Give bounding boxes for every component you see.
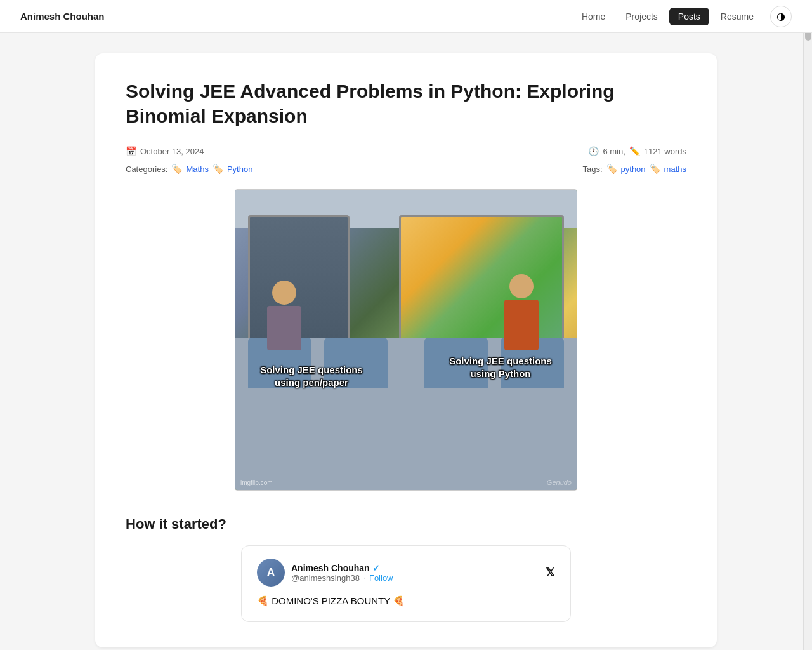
- tweet-author-info: Animesh Chouhan ✓ @animeshsingh38 · Foll…: [291, 563, 393, 583]
- word-count: 1121 words: [644, 147, 686, 156]
- meta-readtime: 🕐 6 min, ✏️ 1121 words: [588, 146, 686, 156]
- article-date: October 13, 2024: [140, 147, 204, 156]
- tweet-handle-row: @animeshsingh38 · Follow: [291, 573, 393, 583]
- genudo-watermark: Genudo: [547, 479, 572, 486]
- dot-separator: ·: [363, 574, 365, 581]
- meme-container: Solving JEE questions using Python Solvi…: [126, 189, 686, 491]
- tweet-content: 🍕 DOMINO'S PIZZA BOUNTY 🍕: [257, 594, 555, 609]
- tweet-author: A Animesh Chouhan ✓ @animeshsingh38 · Fo…: [257, 559, 393, 587]
- site-title: Animesh Chouhan: [20, 11, 105, 22]
- tweet-author-name: Animesh Chouhan: [291, 563, 370, 573]
- categories-label: Categories:: [126, 164, 167, 174]
- tags-row: Tags: 🏷️ python 🏷️ maths: [582, 164, 686, 174]
- meta-date: 📅 October 13, 2024: [126, 146, 204, 156]
- x-logo-icon[interactable]: 𝕏: [546, 566, 555, 580]
- person-right: [504, 274, 539, 350]
- meme-text-top: Solving JEE questions using Python: [443, 355, 558, 380]
- header: Animesh Chouhan Home Projects Posts Resu…: [0, 0, 812, 33]
- article-title: Solving JEE Advanced Problems in Python:…: [126, 79, 686, 128]
- tweet-card: A Animesh Chouhan ✓ @animeshsingh38 · Fo…: [241, 545, 571, 622]
- article-card: Solving JEE Advanced Problems in Python:…: [95, 53, 717, 647]
- follow-button[interactable]: Follow: [369, 573, 393, 583]
- meta-row-1: 📅 October 13, 2024 🕐 6 min, ✏️ 1121 word…: [126, 146, 686, 156]
- meme-text-bottom: Solving JEE questions using pen/paper: [254, 364, 369, 388]
- nav-resume[interactable]: Resume: [712, 8, 763, 25]
- verified-icon: ✓: [372, 563, 380, 573]
- tag-python[interactable]: python: [621, 164, 646, 174]
- category-icon-1: 🏷️: [171, 164, 182, 174]
- tweet-handle: @animeshsingh38: [291, 573, 360, 583]
- tweet-header: A Animesh Chouhan ✓ @animeshsingh38 · Fo…: [257, 559, 555, 587]
- person-left: [267, 281, 301, 350]
- calendar-icon: 📅: [126, 146, 136, 156]
- meta-row-2: Categories: 🏷️ Maths 🏷️ Python Tags: 🏷️ …: [126, 161, 686, 174]
- tweet-name-row: Animesh Chouhan ✓: [291, 563, 393, 573]
- nav-posts[interactable]: Posts: [669, 8, 709, 25]
- main-content: Solving JEE Advanced Problems in Python:…: [95, 33, 717, 650]
- tag-icon-1: 🏷️: [606, 164, 617, 174]
- category-maths[interactable]: Maths: [186, 164, 208, 174]
- theme-toggle-button[interactable]: ◑: [770, 6, 792, 27]
- imgflip-watermark: imgflip.com: [240, 479, 273, 486]
- categories-row: Categories: 🏷️ Maths 🏷️ Python: [126, 164, 252, 174]
- clock-icon: 🕐: [588, 146, 599, 156]
- category-python[interactable]: Python: [227, 164, 252, 174]
- main-nav: Home Projects Posts Resume ◑: [573, 6, 792, 27]
- tags-label: Tags:: [582, 164, 602, 174]
- meme-image: Solving JEE questions using Python Solvi…: [235, 189, 577, 491]
- read-time: 6 min,: [603, 147, 625, 156]
- scrollbar-track[interactable]: [803, 0, 812, 650]
- nav-projects[interactable]: Projects: [617, 8, 667, 25]
- avatar: A: [257, 559, 285, 587]
- bus-window-right: [399, 215, 564, 342]
- person-left-head: [272, 281, 296, 305]
- section-heading: How it started?: [126, 516, 686, 533]
- nav-home[interactable]: Home: [573, 8, 614, 25]
- person-right-head: [509, 274, 534, 298]
- tag-icon-2: 🏷️: [650, 164, 660, 174]
- category-icon-2: 🏷️: [213, 164, 223, 174]
- person-right-body: [504, 300, 539, 350]
- pencil-icon: ✏️: [629, 146, 640, 156]
- tag-maths[interactable]: maths: [664, 164, 686, 174]
- person-left-body: [267, 306, 301, 350]
